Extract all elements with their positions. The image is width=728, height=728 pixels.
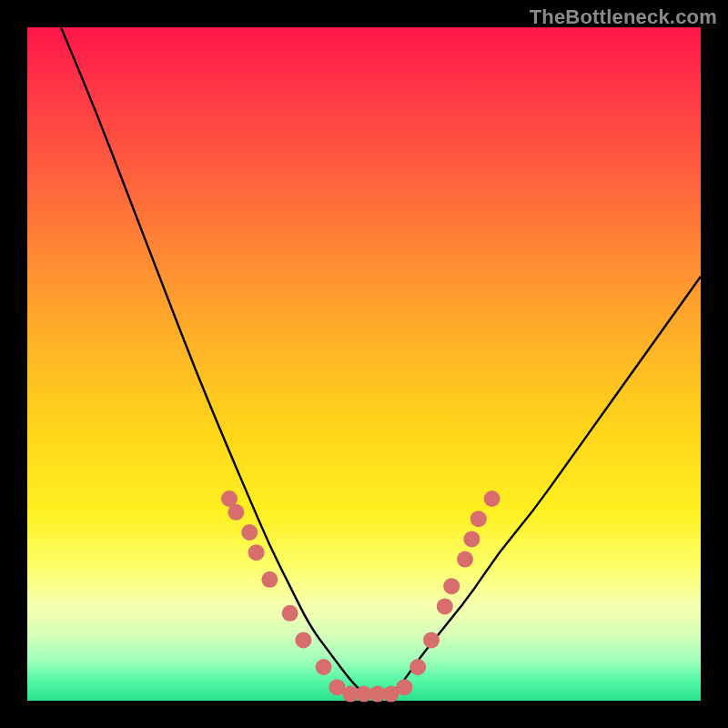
curve-marker — [261, 571, 278, 588]
curve-marker — [241, 524, 258, 541]
curve-marker — [228, 504, 244, 521]
watermark-text: TheBottleneck.com — [530, 5, 717, 29]
curve-marker — [248, 544, 265, 561]
curve-marker — [470, 511, 487, 527]
chart-frame: TheBottleneck.com — [0, 0, 728, 728]
curve-marker — [463, 531, 480, 547]
curve-marker — [437, 598, 453, 614]
curve-marker — [484, 490, 500, 507]
curve-marker — [295, 632, 311, 648]
curve-marker — [423, 632, 440, 648]
curve-marker — [282, 605, 298, 622]
curve-marker — [396, 679, 412, 695]
curve-markers — [221, 490, 500, 703]
curve-marker — [410, 659, 426, 675]
curve-layer — [27, 27, 701, 701]
curve-marker — [443, 578, 460, 594]
bottleneck-curve — [61, 27, 701, 694]
plot-area — [27, 27, 701, 701]
curve-marker — [316, 659, 332, 675]
curve-marker — [457, 551, 473, 568]
